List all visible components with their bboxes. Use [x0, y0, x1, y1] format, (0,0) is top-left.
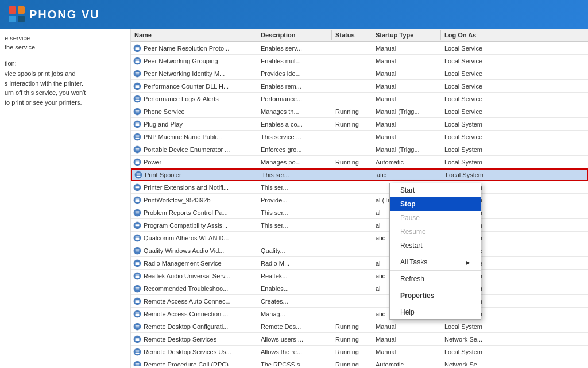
table-row[interactable]: Quality Windows Audio Vid... Quality...L…: [131, 244, 588, 257]
context-menu-item[interactable]: All Tasks▶: [390, 255, 481, 269]
context-menu-item[interactable]: Stop: [390, 197, 481, 211]
service-status-cell: [333, 174, 373, 176]
table-row[interactable]: Radio Management Service Radio M...alLoc…: [131, 257, 588, 270]
table-row[interactable]: Plug and Play Enables a co...RunningManu…: [131, 118, 588, 131]
table-row[interactable]: Peer Networking Grouping Enables mul...M…: [131, 55, 588, 67]
header: PHONG VU: [0, 0, 588, 29]
table-row[interactable]: PNP Machine Name Publi... This service .…: [131, 131, 588, 143]
table-row[interactable]: Remote Desktop Configurati... Remote Des…: [131, 320, 588, 333]
context-menu: StartStopPauseResumeRestartAll Tasks▶Ref…: [389, 183, 481, 320]
service-icon: [133, 133, 141, 141]
context-menu-item[interactable]: Resume: [390, 225, 481, 239]
svg-rect-74: [136, 275, 140, 276]
svg-rect-34: [136, 149, 140, 150]
service-desc-cell: Realtek...: [257, 271, 332, 281]
service-icon: [133, 120, 141, 128]
logo-sq-orange: [18, 6, 25, 14]
table-row[interactable]: Print Spooler This ser...aticLocal Syste…: [131, 168, 588, 181]
svg-rect-51: [136, 201, 140, 201]
table-row[interactable]: PrintWorkflow_954392b Provide...al (Trig…: [131, 194, 588, 206]
table-row[interactable]: Program Compatibility Assis... This ser.…: [131, 219, 588, 232]
table-row[interactable]: Problem Reports Control Pa... This ser..…: [131, 206, 588, 219]
svg-rect-81: [136, 300, 140, 300]
logo-sq-red: [9, 6, 16, 14]
context-menu-item[interactable]: Start: [390, 183, 481, 197]
context-menu-item-label: Help: [400, 308, 415, 316]
svg-rect-66: [136, 250, 140, 251]
service-name-cell: Remote Access Auto Connec...: [131, 296, 257, 306]
service-name-text: Peer Name Resolution Proto...: [144, 45, 229, 52]
svg-rect-43: [137, 176, 141, 177]
service-startup-cell: Automatic: [372, 158, 441, 167]
svg-rect-90: [136, 326, 140, 327]
col-name: Name: [131, 30, 257, 40]
service-status-cell: Running: [332, 107, 372, 116]
logo-text: PHONG VU: [29, 8, 100, 21]
services-table[interactable]: Peer Name Resolution Proto... Enables se…: [131, 42, 588, 366]
svg-rect-63: [136, 239, 140, 239]
service-name-text: Recommended Troubleshoo...: [144, 285, 228, 292]
svg-rect-102: [136, 364, 140, 365]
table-row[interactable]: Peer Name Resolution Proto... Enables se…: [131, 42, 588, 55]
service-status-cell: [332, 148, 372, 151]
service-icon: [133, 285, 141, 293]
service-desc-cell: Enables a co...: [257, 120, 332, 129]
table-row[interactable]: Power Manages po...RunningAutomaticLocal…: [131, 156, 588, 168]
service-desc-cell: Radio M...: [257, 259, 332, 268]
table-row[interactable]: Performance Counter DLL H... Enables rem…: [131, 80, 588, 93]
service-icon: [133, 57, 141, 65]
service-desc-cell: Enables...: [257, 284, 332, 293]
context-menu-item[interactable]: Pause: [390, 211, 481, 225]
service-logon-cell: Network Se...: [441, 335, 498, 344]
service-logon-cell: Local Service: [441, 44, 498, 53]
table-row[interactable]: Remote Desktop Services Us... Allows the…: [131, 346, 588, 358]
service-name-text: Remote Desktop Services: [144, 336, 216, 343]
table-row[interactable]: Remote Desktop Services Allows users ...…: [131, 333, 588, 346]
main-content: e service the service tion: vice spools …: [0, 29, 588, 368]
svg-rect-95: [136, 340, 140, 340]
svg-rect-59: [136, 226, 140, 227]
table-row[interactable]: Printer Extensions and Notifi... This se…: [131, 181, 588, 194]
service-name-cell: Performance Logs & Alerts: [131, 94, 257, 104]
table-row[interactable]: Phone Service Manages th...RunningManual…: [131, 105, 588, 118]
svg-rect-47: [136, 188, 140, 189]
svg-rect-85: [136, 312, 140, 313]
table-row[interactable]: Remote Access Auto Connec... Creates...L…: [131, 295, 588, 308]
table-row[interactable]: Remote Procedure Call (RPC) The RPCSS s.…: [131, 358, 588, 366]
context-menu-item[interactable]: Properties: [390, 289, 481, 302]
col-status: Status: [332, 30, 372, 40]
svg-rect-46: [136, 187, 140, 187]
context-menu-item[interactable]: Help: [390, 305, 481, 319]
service-name-text: Remote Access Connection ...: [144, 310, 228, 317]
service-icon: [133, 221, 141, 229]
svg-rect-49: [136, 198, 140, 199]
table-row[interactable]: Peer Networking Identity M... Provides i…: [131, 67, 588, 80]
table-row[interactable]: Recommended Troubleshoo... Enables...alL…: [131, 282, 588, 295]
col-logon: Log On As: [441, 30, 498, 40]
svg-rect-27: [136, 125, 140, 125]
service-status-cell: Running: [332, 158, 372, 167]
svg-rect-45: [136, 186, 140, 186]
service-status-cell: Running: [332, 360, 372, 367]
table-row[interactable]: Portable Device Enumerator ... Enforces …: [131, 143, 588, 156]
context-menu-item[interactable]: Refresh: [390, 272, 481, 286]
service-name-cell: Remote Desktop Configurati...: [131, 321, 257, 332]
service-status-cell: [332, 47, 372, 49]
service-status-cell: [332, 250, 372, 252]
service-desc-cell: Manages th...: [257, 107, 332, 116]
left-panel: e service the service tion: vice spools …: [0, 29, 131, 368]
service-name-text: Printer Extensions and Notifi...: [144, 184, 229, 191]
table-row[interactable]: Realtek Audio Universal Serv... Realtek.…: [131, 270, 588, 282]
service-name-cell: Problem Reports Control Pa...: [131, 208, 257, 218]
service-name-cell: Recommended Troubleshoo...: [131, 283, 257, 294]
svg-rect-97: [136, 350, 140, 351]
service-logon-cell: Local Service: [441, 107, 498, 116]
service-name-cell: Qualcomm Atheros WLAN D...: [131, 233, 257, 243]
table-row[interactable]: Qualcomm Atheros WLAN D... aticLocal Sys…: [131, 232, 588, 244]
table-row[interactable]: Performance Logs & Alerts Performance...…: [131, 93, 588, 105]
service-startup-cell: Manual: [372, 44, 441, 53]
svg-rect-19: [136, 99, 140, 100]
service-status-cell: [332, 313, 372, 315]
table-row[interactable]: Remote Access Connection ... Manag...ati…: [131, 308, 588, 320]
context-menu-item[interactable]: Restart: [390, 239, 481, 252]
